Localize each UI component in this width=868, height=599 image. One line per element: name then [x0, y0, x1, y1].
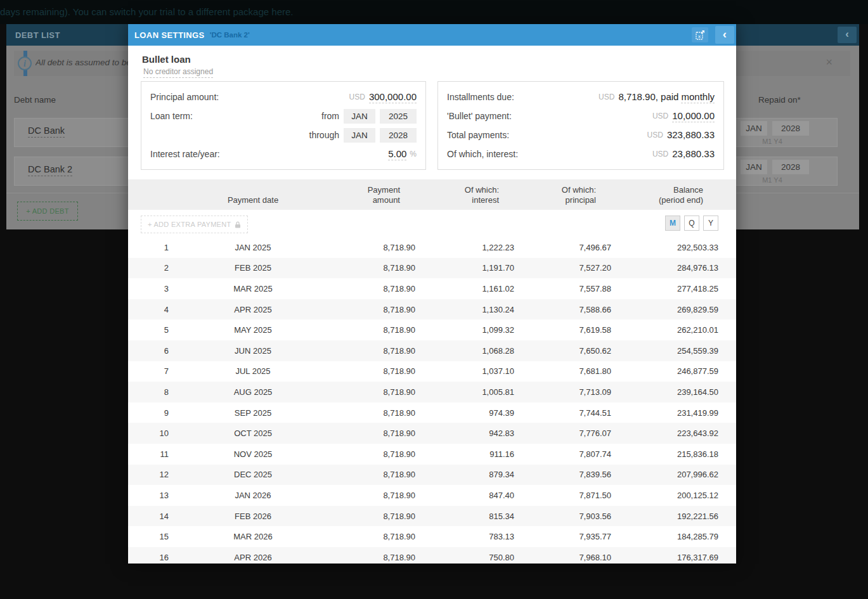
trial-notice-text[interactable]: days remaining). You can switch your tri…	[0, 6, 294, 17]
balance-cell: 200,125.12	[611, 491, 718, 500]
balance-cell: 269,829.59	[611, 305, 718, 314]
frequency-select[interactable]: monthly	[681, 91, 715, 103]
bullet-payment-label: 'Bullet' payment:	[447, 111, 512, 121]
through-month-select[interactable]: JAN	[344, 128, 375, 143]
payment-amount-cell: 8,718.90	[337, 305, 415, 314]
balance-cell: 231,419.99	[611, 408, 718, 418]
principal-cell: 7,557.88	[514, 284, 611, 293]
add-debt-button[interactable]: + ADD DEBT	[17, 202, 78, 221]
close-icon[interactable]: ×	[826, 56, 832, 69]
through-year-select[interactable]: 2028	[380, 128, 417, 143]
payment-date-cell: JAN 2026	[169, 491, 337, 500]
schedule-row: 15 MAR 2026 8,718.90 783.13 7,935.77 184…	[128, 526, 736, 547]
principal-cell: 7,650.62	[514, 346, 611, 356]
toggle-quarterly[interactable]: Q	[684, 216, 699, 231]
interest-rate-label: Interest rate/year:	[150, 149, 220, 159]
trial-notice-bar: days remaining). You can switch your tri…	[0, 0, 868, 24]
interest-cell: 1,037.10	[415, 366, 514, 376]
schedule-row: 9 SEP 2025 8,718.90 974.39 7,744.51 231,…	[128, 403, 736, 423]
balance-cell: 254,559.39	[611, 346, 718, 356]
payment-date-cell: NOV 2025	[169, 449, 337, 459]
repaid-year-select[interactable]: 2028	[772, 121, 809, 136]
loan-type-title: Bullet loan	[142, 54, 191, 65]
balance-cell: 192,221.56	[611, 512, 718, 521]
principal-cell: 7,496.67	[514, 243, 611, 252]
interest-cell: 815.34	[415, 512, 514, 521]
payment-date-cell: SEP 2025	[169, 408, 337, 418]
interest-cell: 1,222.23	[415, 243, 514, 252]
interest-cell: 1,099.32	[415, 325, 514, 335]
excel-export-button[interactable]: x	[692, 27, 708, 42]
row-number: 6	[128, 346, 169, 356]
principal-cell: 7,968.10	[514, 553, 611, 562]
payment-date-cell: AUG 2025	[169, 387, 337, 397]
add-extra-payment-button[interactable]: + ADD EXTRA PAYMENT	[141, 216, 248, 233]
debt-name-field[interactable]: DC Bank	[28, 126, 65, 138]
principal-cell: 7,619.58	[514, 325, 611, 335]
of-which-interest-label: Of which, interest:	[447, 149, 518, 159]
balance-cell: 215,836.18	[611, 449, 718, 459]
principal-cell: 7,935.77	[514, 532, 611, 541]
interest-cell: 911.16	[415, 449, 514, 459]
balance-cell: 292,503.33	[611, 243, 718, 252]
debt-name-field[interactable]: DC Bank 2	[28, 164, 72, 176]
currency-label: USD	[647, 131, 663, 139]
row-number: 9	[128, 408, 169, 418]
balance-cell: 207,996.62	[611, 470, 718, 479]
repaid-month-select[interactable]: JAN	[741, 121, 767, 136]
row-number: 1	[128, 243, 169, 252]
toggle-yearly[interactable]: Y	[703, 216, 718, 231]
balance-cell: 262,210.01	[611, 325, 718, 335]
principal-amount-field[interactable]: 300,000.00	[369, 91, 417, 103]
principal-cell: 7,713.09	[514, 387, 611, 397]
schedule-row: 2 FEB 2025 8,718.90 1,191.70 7,527.20 28…	[128, 258, 736, 279]
of-which-interest-value: 23,880.33	[672, 148, 715, 160]
installments-value: 8,718.90, paid	[618, 91, 678, 103]
schedule-row: 12 DEC 2025 8,718.90 879.34 7,839.56 207…	[128, 465, 736, 486]
column-debt-name: Debt name	[14, 95, 56, 105]
repaid-on-controls: JAN2028 M1 Y4	[735, 160, 809, 184]
from-year-select[interactable]: 2025	[380, 109, 417, 124]
column-repaid-on: Repaid on*	[758, 95, 801, 105]
lock-icon	[235, 221, 241, 228]
schedule-row: 3 MAR 2025 8,718.90 1,161.02 7,557.88 27…	[128, 278, 736, 299]
row-number: 16	[128, 553, 169, 562]
modal-subtitle: 'DC Bank 2'	[210, 31, 250, 39]
excel-export-icon: x	[694, 29, 706, 41]
period-caption: M1 Y4	[735, 138, 809, 145]
balance-cell: 246,877.59	[611, 366, 718, 376]
total-payments-value: 323,880.33	[667, 129, 715, 141]
payment-amount-cell: 8,718.90	[337, 243, 415, 252]
creditor-link[interactable]: No creditor assigned	[143, 67, 213, 78]
currency-label: USD	[652, 112, 668, 120]
schedule-row: 10 OCT 2025 8,718.90 942.83 7,776.07 223…	[128, 423, 736, 444]
payment-amount-cell: 8,718.90	[337, 449, 415, 459]
bullet-payment-field[interactable]: 10,000.00	[672, 110, 715, 122]
repaid-year-select[interactable]: 2028	[772, 160, 809, 174]
interest-cell: 1,005.81	[415, 387, 514, 397]
row-number: 15	[128, 532, 169, 541]
principal-cell: 7,871.50	[514, 491, 611, 500]
debt-list-title: DEBT LIST	[6, 30, 60, 40]
schedule-row: 4 APR 2025 8,718.90 1,130.24 7,588.66 26…	[128, 299, 736, 320]
row-number: 2	[128, 263, 169, 273]
interest-cell: 974.39	[415, 408, 514, 418]
repaid-month-select[interactable]: JAN	[741, 160, 767, 174]
back-chevron-icon[interactable]: ‹	[838, 27, 857, 43]
interest-cell: 1,191.70	[415, 263, 514, 273]
principal-cell: 7,744.51	[514, 408, 611, 418]
schedule-row: 14 FEB 2026 8,718.90 815.34 7,903.56 192…	[128, 506, 736, 527]
balance-cell: 284,976.13	[611, 263, 718, 273]
toggle-monthly[interactable]: M	[665, 216, 680, 231]
payment-date-cell: FEB 2026	[169, 512, 337, 521]
interest-rate-field[interactable]: 5.00	[388, 148, 406, 160]
balance-cell: 176,317.69	[611, 553, 718, 562]
payment-date-cell: APR 2026	[169, 553, 337, 562]
row-number: 4	[128, 305, 169, 314]
back-chevron-button[interactable]: ‹	[715, 26, 734, 44]
row-number: 11	[128, 449, 169, 459]
payment-date-cell: MAR 2026	[169, 532, 337, 541]
interest-cell: 942.83	[415, 428, 514, 438]
from-month-select[interactable]: JAN	[344, 109, 375, 124]
interest-cell: 750.80	[415, 553, 514, 562]
